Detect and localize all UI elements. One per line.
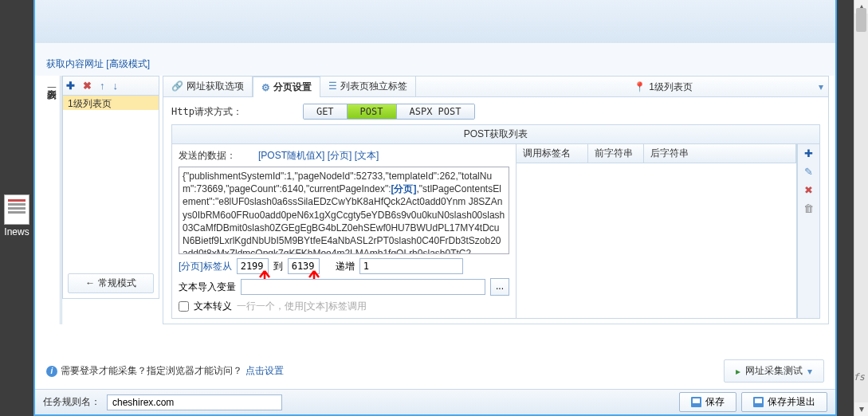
link-icon: 🔗 xyxy=(171,80,183,92)
footer: 任务规则名： 保存 保存并退出 xyxy=(35,389,835,414)
send-data-label: 发送的数据： xyxy=(179,149,236,163)
escape-checkbox[interactable] xyxy=(179,301,189,312)
text-file-icon xyxy=(4,194,29,225)
dropdown-icon: ▾ xyxy=(807,366,812,377)
tab-list-tags[interactable]: ☰ 列表页独立标签 xyxy=(320,76,416,96)
save-exit-button[interactable]: 保存并退出 xyxy=(741,392,827,412)
http-label: Http请求方式： xyxy=(171,105,242,119)
http-post[interactable]: POST xyxy=(348,104,397,119)
http-row: Http请求方式： GET POST ASPX POST xyxy=(171,104,820,120)
escape-row: 文本转义 一行一个，使用[文本]标签调用 xyxy=(179,300,509,313)
escape-label: 文本转义 xyxy=(194,300,232,313)
table-side-actions: ✚ ✎ ✖ 🗑 xyxy=(797,144,819,318)
post-left: 发送的数据： [POST随机值X] [分页] [文本] {"publishmen… xyxy=(172,144,516,318)
post-right: 调用标签名 前字符串 后字符串 ✚ ✎ ✖ 🗑 xyxy=(516,144,819,318)
table-add-icon[interactable]: ✚ xyxy=(804,147,813,159)
tab-paging-settings[interactable]: ⚙ 分页设置 xyxy=(253,77,320,97)
range-row: [分页]标签从 到 递增 xyxy=(179,258,509,274)
left-toolbar: ✚ ✖ ↑ ↓ xyxy=(63,77,159,96)
play-icon: ▸ xyxy=(736,366,740,377)
add-icon[interactable]: ✚ xyxy=(66,80,75,91)
range-to-input[interactable] xyxy=(288,258,320,274)
url-collect-test-button[interactable]: ▸ 网址采集测试 ▾ xyxy=(724,359,824,383)
http-method-segment: GET POST ASPX POST xyxy=(303,104,475,120)
save-button[interactable]: 保存 xyxy=(679,392,736,412)
desktop-file-label: Inews xyxy=(0,226,33,237)
section-title: 获取内容网址 [高级模式] xyxy=(35,43,835,76)
delete-icon[interactable]: ✖ xyxy=(83,80,92,91)
left-panel: ✚ ✖ ↑ ↓ 1级列表页 ← 常规模式 xyxy=(62,76,159,299)
escape-hint: 一行一个，使用[文本]标签调用 xyxy=(237,300,367,313)
right-panel: 🔗 网址获取选项 ⚙ 分页设置 ☰ 列表页独立标签 📍 1级列表页 ▾ xyxy=(163,76,829,324)
pin-level1[interactable]: 📍 1级列表页 xyxy=(626,77,701,97)
bottom-bar: i 需要登录才能采集？指定浏览器才能访问？ 点击设置 ▸ 网址采集测试 ▾ xyxy=(35,353,835,389)
down-icon[interactable]: ↓ xyxy=(113,80,119,91)
th-tag-name: 调用标签名 xyxy=(516,144,588,163)
import-input[interactable] xyxy=(241,279,485,295)
import-browse-button[interactable]: ... xyxy=(490,278,509,296)
th-prefix: 前字符串 xyxy=(588,144,644,163)
main-area: 多级列表一 ✚ ✖ ↑ ↓ 1级列表页 ← 常规模式 🔗 网址获取选项 ⚙ 分页… xyxy=(35,76,835,324)
post-data-textarea[interactable]: {"publishmentSystemId":1,"pageNodeId":52… xyxy=(179,167,509,254)
save-icon xyxy=(691,397,701,407)
th-suffix: 后字符串 xyxy=(644,144,796,163)
table-edit-icon[interactable]: ✎ xyxy=(804,166,813,178)
fs-label: fs xyxy=(854,371,865,383)
send-data-links[interactable]: [POST随机值X] [分页] [文本] xyxy=(258,149,379,163)
import-row: 文本导入变量 ... xyxy=(179,278,509,296)
inc-label: 递增 xyxy=(336,260,355,273)
rule-name-label: 任务规则名： xyxy=(43,395,100,409)
gear-icon: ⚙ xyxy=(261,82,270,93)
login-hint: i 需要登录才能采集？指定浏览器才能访问？ 点击设置 xyxy=(46,364,284,378)
tab-url-options[interactable]: 🔗 网址获取选项 xyxy=(163,76,253,96)
login-settings-link[interactable]: 点击设置 xyxy=(245,364,284,378)
range-mid: 到 xyxy=(273,260,283,273)
chevron-down-icon[interactable]: ▾ xyxy=(819,81,823,92)
side-vertical-label: 多级列表一 xyxy=(41,76,62,324)
info-icon: i xyxy=(46,366,57,377)
window-scrollbar[interactable]: ▴ ▾ xyxy=(854,0,868,416)
desktop-file[interactable]: Inews xyxy=(0,194,33,237)
post-list-header: POST获取列表 xyxy=(172,125,819,144)
rule-name-input[interactable] xyxy=(107,394,282,410)
post-list-panel: POST获取列表 发送的数据： [POST随机值X] [分页] [文本] {"p… xyxy=(171,124,820,319)
list-item-selected[interactable]: 1级列表页 xyxy=(63,96,159,110)
table-trash-icon[interactable]: 🗑 xyxy=(803,202,814,214)
save-icon xyxy=(753,397,764,407)
scroll-thumb[interactable] xyxy=(856,8,866,32)
tabs: 🔗 网址获取选项 ⚙ 分页设置 ☰ 列表页独立标签 📍 1级列表页 ▾ xyxy=(163,77,828,97)
tab-body: Http请求方式： GET POST ASPX POST POST获取列表 发送… xyxy=(163,97,828,325)
http-aspx-post[interactable]: ASPX POST xyxy=(397,104,474,119)
top-gradient xyxy=(35,0,835,43)
normal-mode-button[interactable]: ← 常规模式 xyxy=(68,273,154,293)
list-icon: ☰ xyxy=(328,80,337,92)
table-delete-icon[interactable]: ✖ xyxy=(804,184,813,196)
http-get[interactable]: GET xyxy=(304,104,348,119)
inc-input[interactable] xyxy=(359,258,463,274)
up-icon[interactable]: ↑ xyxy=(100,80,105,91)
range-label: [分页]标签从 xyxy=(179,260,232,273)
app-window: 获取内容网址 [高级模式] 多级列表一 ✚ ✖ ↑ ↓ 1级列表页 ← 常规模式… xyxy=(33,0,837,416)
tag-table: 调用标签名 前字符串 后字符串 xyxy=(516,144,797,318)
import-label: 文本导入变量 xyxy=(179,281,236,294)
range-from-input[interactable] xyxy=(237,258,269,274)
scroll-down-icon[interactable]: ▾ xyxy=(854,402,868,416)
pin-icon: 📍 xyxy=(634,81,646,92)
